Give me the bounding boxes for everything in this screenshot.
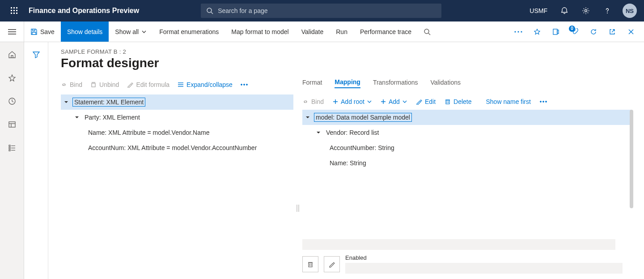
workspaces-icon[interactable] [3, 116, 21, 133]
validate-button[interactable]: Validate [295, 21, 330, 42]
bind-label: Bind [70, 81, 82, 88]
svg-point-11 [585, 10, 587, 12]
svg-point-40 [241, 84, 242, 86]
properties-panel: Enabled [302, 236, 631, 279]
svg-rect-1 [13, 7, 15, 9]
edit-formula-label: Edit formula [136, 81, 169, 88]
personalize-icon[interactable] [528, 21, 547, 42]
left-navigation-rail [0, 42, 24, 279]
notifications-icon[interactable] [555, 0, 574, 21]
chevron-down-icon [141, 29, 147, 34]
show-name-first-button[interactable]: Show name first [486, 98, 530, 105]
svg-point-20 [521, 31, 522, 32]
edit-label: Edit [425, 98, 436, 105]
pane-splitter[interactable] [293, 75, 302, 279]
tree-node-name[interactable]: Name: XML Attribute = model.Vendor.Name [61, 125, 293, 140]
tree-node-model[interactable]: model: Data model Sample model [302, 110, 631, 125]
unbind-button: Unbind [90, 81, 119, 88]
refresh-icon[interactable] [584, 21, 603, 42]
favorites-icon[interactable] [3, 69, 21, 87]
tree-node-name[interactable]: Name: String [302, 155, 631, 171]
edit-button[interactable]: Edit [416, 98, 436, 105]
home-icon[interactable] [3, 46, 21, 64]
settings-icon[interactable] [576, 0, 596, 21]
expand-collapse-button[interactable]: Expand/collapse [178, 81, 233, 88]
tree-node-vendor[interactable]: Vendor: Record list [302, 125, 631, 140]
delete-button[interactable]: Delete [445, 98, 471, 105]
tree-node-party[interactable]: Party: XML Element [61, 110, 293, 125]
edit-property-button[interactable] [324, 256, 340, 272]
save-button[interactable]: Save [24, 21, 61, 42]
mapping-toolbar: Bind Add root Add Edit [302, 98, 631, 105]
svg-rect-8 [16, 13, 17, 14]
page-title: Format designer [61, 56, 631, 70]
recent-icon[interactable] [3, 92, 21, 110]
svg-point-18 [514, 31, 516, 32]
attachments-badge: 0 [569, 26, 575, 32]
chevron-down-icon [367, 99, 372, 104]
nav-collapse-button[interactable] [0, 21, 24, 42]
tree-node-accountnum[interactable]: AccountNum: XML Attribute = model.Vendor… [61, 140, 293, 155]
format-enumerations-button[interactable]: Format enumerations [153, 21, 225, 42]
expand-collapse-label: Expand/collapse [186, 81, 233, 88]
waffle-icon[interactable] [4, 0, 25, 21]
add-button[interactable]: Add [381, 98, 407, 105]
svg-line-10 [211, 12, 213, 14]
filter-icon[interactable] [27, 46, 45, 64]
more-commands-icon[interactable] [509, 21, 528, 42]
property-value-field[interactable] [345, 263, 623, 274]
caret-down-icon[interactable] [315, 129, 322, 136]
caret-down-icon[interactable] [304, 114, 311, 121]
close-icon[interactable] [622, 21, 640, 42]
svg-point-9 [207, 8, 212, 13]
search-page-icon[interactable] [418, 21, 436, 42]
performance-trace-button[interactable]: Performance trace [354, 21, 418, 42]
svg-point-16 [424, 29, 429, 34]
svg-rect-4 [13, 10, 15, 11]
svg-point-41 [243, 84, 245, 86]
svg-rect-21 [553, 29, 557, 34]
tree-node-statement[interactable]: Statement: XML Element [61, 94, 293, 110]
user-avatar[interactable]: NS [623, 4, 637, 18]
show-details-button[interactable]: Show details [61, 21, 109, 42]
search-icon [206, 7, 213, 14]
show-all-button[interactable]: Show all [109, 21, 153, 42]
add-root-button[interactable]: Add root [333, 98, 372, 105]
svg-point-19 [517, 31, 519, 32]
tab-validations[interactable]: Validations [431, 77, 461, 88]
app-header: Finance and Operations Preview Search fo… [0, 0, 644, 21]
mapping-tree: model: Data model Sample model Vendor: R… [302, 110, 631, 171]
tab-format[interactable]: Format [302, 77, 322, 88]
show-all-label: Show all [115, 28, 139, 35]
svg-rect-5 [16, 10, 17, 11]
app-title: Finance and Operations Preview [29, 7, 139, 15]
svg-rect-0 [11, 7, 12, 9]
svg-rect-56 [309, 263, 312, 267]
svg-point-54 [542, 101, 544, 103]
popout-icon[interactable] [603, 21, 622, 42]
company-picker[interactable]: USMF [524, 0, 553, 21]
scrollbar[interactable] [630, 110, 633, 208]
delete-property-button[interactable] [302, 256, 318, 272]
main-content: SAMPLE FORMAT B : 2 Format designer Bind… [48, 42, 644, 279]
caret-down-icon[interactable] [63, 99, 70, 106]
tree-node-accountnumber[interactable]: AccountNumber: String [302, 140, 631, 155]
more-toolbar-icon[interactable] [241, 84, 248, 86]
command-bar: Save Show details Show all Format enumer… [0, 21, 644, 42]
search-box[interactable]: Search for a page [201, 4, 441, 18]
map-format-button[interactable]: Map format to model [225, 21, 295, 42]
office-addin-icon[interactable] [547, 21, 565, 42]
tab-mapping[interactable]: Mapping [335, 77, 360, 88]
caret-down-icon[interactable] [73, 114, 80, 121]
mapping-pane: Format Mapping Transformations Validatio… [302, 75, 631, 279]
svg-rect-7 [13, 13, 15, 14]
attachments-icon[interactable]: 0 [565, 21, 584, 42]
tree-label: Party: XML Element [83, 113, 141, 121]
help-icon[interactable] [597, 0, 617, 21]
more-toolbar-icon-right[interactable] [540, 101, 547, 103]
modules-icon[interactable] [3, 139, 21, 157]
run-button[interactable]: Run [330, 21, 354, 42]
tab-transformations[interactable]: Transformations [373, 77, 418, 88]
tree-label: Vendor: Record list [325, 129, 380, 137]
save-label: Save [40, 28, 55, 35]
